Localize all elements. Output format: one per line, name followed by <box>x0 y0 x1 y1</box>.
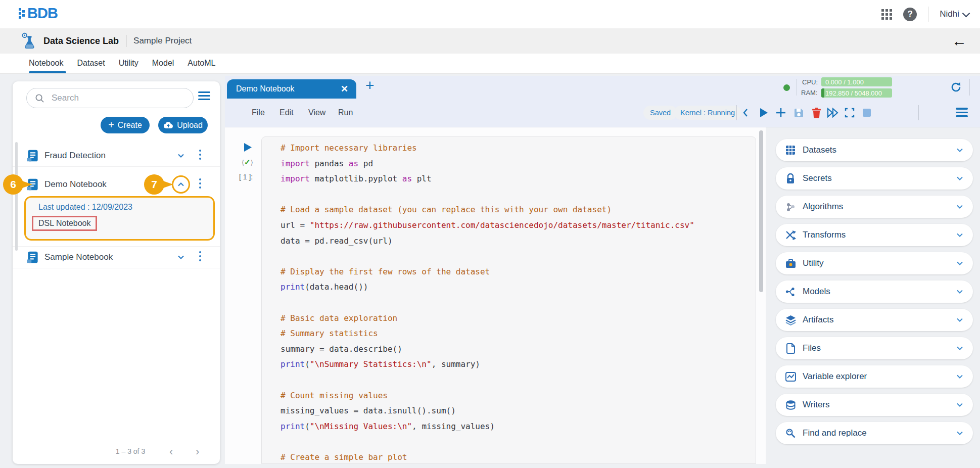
chevron-down-icon[interactable] <box>956 146 964 154</box>
kebab-menu-icon[interactable] <box>199 178 202 191</box>
chevron-down-icon[interactable] <box>956 259 964 267</box>
code-line[interactable]: url = "https://raw.githubusercontent.com… <box>281 218 694 233</box>
pagination-next-icon[interactable]: › <box>196 445 199 458</box>
search-input[interactable] <box>51 92 174 104</box>
code-line[interactable]: data = pd.read_csv(url) <box>281 233 694 249</box>
notebook-icon <box>26 250 39 264</box>
chevron-down-icon[interactable] <box>956 288 964 296</box>
panel-menu-icon[interactable] <box>956 108 968 120</box>
upload-button[interactable]: Upload <box>158 117 208 133</box>
tab-model[interactable]: Model <box>152 59 174 69</box>
user-menu[interactable]: Nidhi <box>940 9 969 19</box>
delete-cell-icon[interactable] <box>810 107 822 119</box>
code-line[interactable]: # Display the first few rows of the data… <box>281 264 694 280</box>
fullscreen-icon[interactable] <box>844 107 856 119</box>
chevron-down-icon[interactable] <box>956 429 964 437</box>
run-all-icon[interactable] <box>827 107 839 119</box>
notebook-row-label: Fraud Detection <box>44 151 106 161</box>
close-tab-icon[interactable]: ✕ <box>341 83 348 95</box>
back-arrow-button[interactable]: ← <box>952 32 967 50</box>
code-line[interactable] <box>281 249 694 264</box>
code-line[interactable] <box>281 187 694 203</box>
code-line[interactable]: # Count missing values <box>281 388 694 404</box>
cell-run-icon[interactable] <box>244 143 252 152</box>
cpu-label: CPU: <box>802 78 818 86</box>
code-line[interactable]: import pandas as pd <box>281 156 694 172</box>
panel-item-writers[interactable]: Writers <box>776 394 973 416</box>
panel-item-datasets[interactable]: Datasets <box>776 139 973 161</box>
menu-run[interactable]: Run <box>338 108 353 117</box>
create-button[interactable]: + Create <box>101 117 150 133</box>
chevron-down-icon[interactable] <box>956 372 964 381</box>
pagination-prev-icon[interactable]: ‹ <box>169 445 173 458</box>
code-line[interactable]: print(data.head()) <box>281 279 694 295</box>
list-menu-icon[interactable] <box>198 91 210 102</box>
add-tab-icon[interactable]: + <box>365 77 375 94</box>
expand-chevron-down-icon[interactable] <box>176 253 185 262</box>
notebook-row-fraud-detection[interactable]: Fraud Detection <box>13 145 220 167</box>
panel-item-utility[interactable]: Utility <box>776 252 973 274</box>
kebab-menu-icon[interactable] <box>199 150 202 162</box>
code-line[interactable]: # Load a sample dataset (you can replace… <box>281 202 694 218</box>
save-icon[interactable] <box>792 107 805 119</box>
panel-item-find-and-replace[interactable]: Find and replace <box>776 422 973 444</box>
code-line[interactable]: # Basic data exploration <box>281 311 694 326</box>
find-replace-icon <box>785 428 796 439</box>
code-line[interactable] <box>281 372 694 388</box>
upload-label: Upload <box>177 121 203 130</box>
help-icon[interactable]: ? <box>903 8 917 21</box>
refresh-icon[interactable] <box>950 81 962 93</box>
module-tabs: Notebook Dataset Utility Model AutoML <box>0 54 980 74</box>
chevron-down-icon[interactable] <box>956 174 964 182</box>
code-line[interactable]: missing_values = data.isnull().sum() <box>281 403 694 419</box>
dsl-notebook-item[interactable]: DSL Notebook <box>32 216 97 231</box>
code-line[interactable] <box>281 295 694 311</box>
panel-item-artifacts[interactable]: Artifacts <box>776 309 973 331</box>
plus-icon: + <box>108 119 114 131</box>
code-line[interactable]: # Import necessary libraries <box>281 141 694 156</box>
chevron-down-icon[interactable] <box>956 316 964 324</box>
collapse-panel-icon[interactable] <box>739 107 752 119</box>
code-line[interactable]: import matplotlib.pyplot as plt <box>281 171 694 187</box>
run-cell-icon[interactable] <box>758 107 770 119</box>
panel-item-variable-explorer[interactable]: Variable explorer <box>776 365 973 388</box>
chevron-down-icon[interactable] <box>956 344 964 352</box>
tab-notebook[interactable]: Notebook <box>29 59 64 69</box>
panel-item-files[interactable]: Files <box>776 337 973 359</box>
code-line[interactable]: print("\nMissing Values:\n", missing_val… <box>281 419 694 435</box>
panel-item-models[interactable]: Models <box>776 280 973 303</box>
execution-count-label: [ 1 ]: <box>239 173 253 181</box>
tab-utility[interactable]: Utility <box>119 59 138 69</box>
chevron-down-icon[interactable] <box>956 401 964 409</box>
menu-file[interactable]: File <box>252 108 265 117</box>
code-line[interactable] <box>281 434 694 450</box>
code-line[interactable]: print("\nSummary Statistics:\n", summary… <box>281 357 694 372</box>
code-line[interactable]: summary = data.describe() <box>281 342 694 357</box>
panel-item-algorithms[interactable]: Algorithms <box>776 196 973 218</box>
menu-edit[interactable]: Edit <box>279 108 294 117</box>
tab-automl[interactable]: AutoML <box>188 59 215 69</box>
notebook-list-sidebar: + Create Upload Fraud Detection <box>13 81 220 464</box>
panel-item-transforms[interactable]: Transforms <box>776 224 973 246</box>
tab-dataset[interactable]: Dataset <box>77 59 105 69</box>
add-cell-icon[interactable] <box>775 107 787 119</box>
menu-view[interactable]: View <box>308 108 325 117</box>
project-name: Sample Project <box>133 36 192 46</box>
stop-kernel-icon[interactable] <box>861 107 873 119</box>
kebab-menu-icon[interactable] <box>199 251 202 263</box>
editor-scrollbar[interactable] <box>759 130 763 292</box>
code-line[interactable]: # Create a simple bar plot <box>281 450 694 465</box>
expand-chevron-down-icon[interactable] <box>176 151 185 160</box>
tab-title: Demo Notebook <box>236 84 295 93</box>
code-editor-panel: ⟨✓⟩ [ 1 ]: # Import necessary librariesi… <box>225 127 766 464</box>
secrets-icon <box>785 173 796 184</box>
bdb-logo[interactable]: BDB <box>18 5 58 22</box>
open-notebook-tab[interactable]: Demo Notebook ✕ <box>227 79 356 99</box>
panel-item-secrets[interactable]: Secrets <box>776 167 973 190</box>
code-line[interactable]: # Summary statistics <box>281 326 694 342</box>
chevron-down-icon[interactable] <box>956 231 964 239</box>
chevron-down-icon[interactable] <box>956 203 964 211</box>
sidebar-scrollbar[interactable] <box>15 142 18 251</box>
apps-grid-icon[interactable] <box>881 9 892 20</box>
notebook-row-sample-notebook[interactable]: Sample Notebook <box>13 246 220 268</box>
